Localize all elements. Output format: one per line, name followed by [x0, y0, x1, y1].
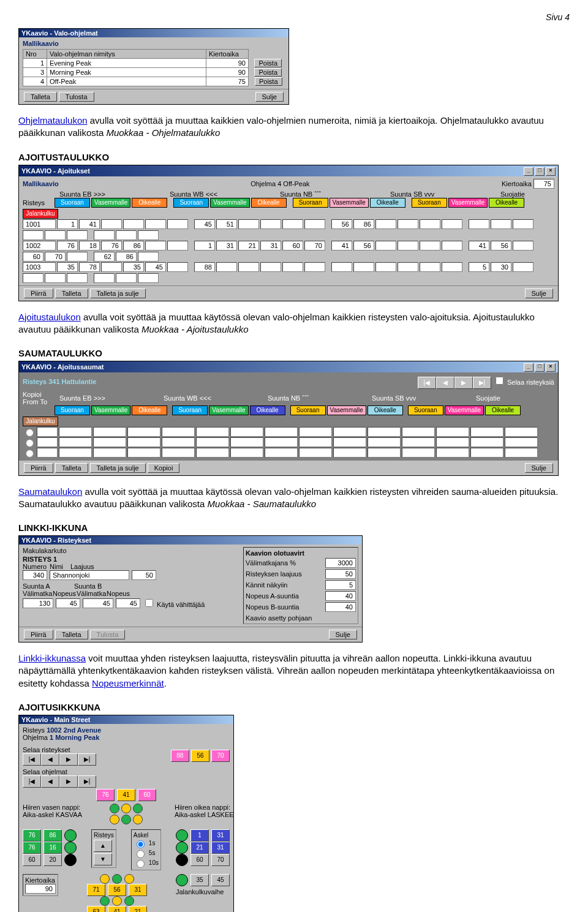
draw-button[interactable]: Piirrä	[24, 630, 53, 639]
sauma-field[interactable]	[299, 427, 332, 437]
sauma-field[interactable]: 5	[59, 437, 92, 447]
sauma-field[interactable]: 5	[59, 427, 92, 437]
param-field[interactable]: 5	[325, 580, 356, 590]
link-saumataulukko[interactable]: Saumataulukon	[18, 486, 82, 497]
timing-field[interactable]	[101, 219, 122, 229]
timing-field[interactable]	[420, 241, 440, 251]
timing-field[interactable]: 76	[101, 241, 122, 251]
close-button[interactable]: Sulje	[329, 630, 357, 639]
timing-field[interactable]: 51	[216, 219, 237, 229]
sauma-field[interactable]: 5	[93, 437, 126, 447]
sauma-field[interactable]	[470, 448, 503, 458]
timing-field[interactable]	[167, 219, 188, 229]
timing-field[interactable]	[304, 262, 325, 272]
close-icon[interactable]: ×	[546, 167, 556, 176]
a-nopeus-field[interactable]: 45	[56, 598, 80, 608]
sauma-field[interactable]	[299, 437, 332, 447]
next-button[interactable]: ▶	[59, 775, 78, 788]
timing-field[interactable]	[375, 219, 396, 229]
sauma-field[interactable]: 5	[93, 427, 126, 437]
next-button[interactable]: ▶	[454, 377, 473, 389]
timing-field[interactable]: 1	[57, 219, 78, 229]
b-valimatka-field[interactable]: 45	[83, 598, 113, 608]
sauma-field[interactable]	[368, 437, 401, 447]
timing-field[interactable]	[375, 262, 396, 272]
close-button[interactable]: Sulje	[525, 288, 553, 298]
move-up-icon[interactable]: ▲	[94, 840, 112, 852]
timing-field[interactable]: 70	[45, 252, 66, 262]
delete-button[interactable]: Poista	[254, 59, 282, 67]
sauma-field[interactable]	[265, 437, 298, 447]
timing-field[interactable]	[331, 262, 352, 272]
laajuus-field[interactable]: 50	[132, 570, 156, 580]
param-field[interactable]: 50	[325, 569, 356, 579]
timing-field[interactable]: 86	[123, 241, 144, 251]
kiertoaika-field[interactable]: 75	[533, 179, 554, 189]
timing-field[interactable]	[67, 230, 88, 240]
timing-field[interactable]: 56	[331, 219, 352, 229]
close-icon[interactable]: ×	[546, 363, 556, 372]
timing-field[interactable]	[94, 230, 115, 240]
timing-field[interactable]: 86	[353, 219, 374, 229]
save-close-button[interactable]: Talleta ja sulje	[90, 288, 146, 298]
grid-cell[interactable]: 76	[96, 789, 115, 801]
timing-field[interactable]: 1	[194, 241, 215, 251]
first-button[interactable]: |◀	[418, 377, 436, 389]
timing-field[interactable]: 18	[79, 241, 100, 251]
close-button[interactable]: Sulje	[255, 92, 284, 102]
timing-field[interactable]: 35	[57, 262, 78, 272]
last-button[interactable]: ▶|	[78, 775, 96, 788]
grid-cell[interactable]: 60	[138, 789, 156, 801]
sauma-field[interactable]	[162, 427, 195, 437]
timing-field[interactable]: 21	[238, 241, 259, 251]
draw-button[interactable]: Piirrä	[24, 463, 53, 473]
link-linkki-ikkuna[interactable]: Linkki-ikkunassa	[18, 653, 86, 663]
timing-field[interactable]	[45, 273, 66, 283]
close-button[interactable]: Sulje	[525, 463, 553, 473]
sauma-field[interactable]	[402, 427, 435, 437]
sauma-field[interactable]	[265, 427, 298, 437]
timing-field[interactable]	[260, 219, 281, 229]
row-radio[interactable]	[26, 450, 34, 458]
timing-field[interactable]	[145, 241, 166, 251]
sauma-field[interactable]	[368, 427, 401, 437]
timing-field[interactable]	[238, 219, 259, 229]
save-button[interactable]: Talleta	[55, 463, 88, 473]
timing-field[interactable]	[167, 241, 188, 251]
first-button[interactable]: |◀	[23, 753, 41, 766]
sauma-field[interactable]	[196, 448, 229, 458]
timing-field[interactable]	[420, 219, 440, 229]
sauma-field[interactable]	[127, 427, 160, 437]
grid-cell[interactable]: 88	[171, 750, 189, 762]
save-close-button[interactable]: Talleta ja sulje	[90, 463, 146, 473]
timing-field[interactable]: 5	[469, 262, 489, 272]
timing-field[interactable]: 45	[145, 262, 166, 272]
sauma-field[interactable]	[470, 437, 503, 447]
last-button[interactable]: ▶|	[473, 377, 491, 389]
timing-field[interactable]: 56	[353, 241, 374, 251]
link-ajoitustaulukko[interactable]: Ajoitustaulukon	[18, 312, 81, 322]
print-button[interactable]: Tulosta	[59, 92, 94, 102]
timing-field[interactable]: 86	[116, 252, 137, 262]
timing-field[interactable]	[138, 273, 159, 283]
sauma-field[interactable]	[505, 448, 538, 458]
prev-button[interactable]: ◀	[41, 753, 59, 766]
timing-field[interactable]	[67, 252, 88, 262]
window-valo-ohjelmat[interactable]: YKaavio - Valo-ohjelmat Mallikaavio Nro …	[18, 28, 289, 105]
sauma-field[interactable]	[402, 437, 435, 447]
last-button[interactable]: ▶|	[78, 753, 96, 766]
grid-cell[interactable]: 41	[117, 789, 135, 801]
timing-field[interactable]: 78	[79, 262, 100, 272]
timing-field[interactable]	[23, 273, 43, 283]
maximize-icon[interactable]: □	[535, 363, 545, 372]
timing-field[interactable]	[145, 219, 166, 229]
prev-button[interactable]: ◀	[41, 775, 59, 788]
delete-button[interactable]: Poista	[255, 77, 282, 86]
link-ohjelmataulukko[interactable]: Ohjelmataulukon	[18, 115, 88, 126]
timing-field[interactable]	[67, 273, 88, 283]
timing-field[interactable]	[116, 230, 137, 240]
numero-field[interactable]: 340	[23, 570, 47, 580]
timing-field[interactable]	[116, 273, 137, 283]
sauma-field[interactable]	[505, 427, 538, 437]
sauma-field[interactable]	[230, 437, 263, 447]
